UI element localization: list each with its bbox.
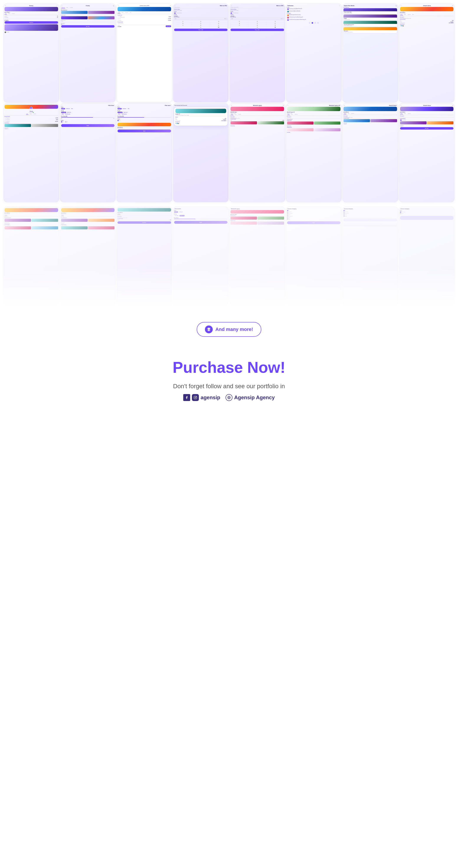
- sort-high-20[interactable]: High to Low: [179, 215, 185, 216]
- heart-icon-16[interactable]: ♥: [452, 105, 453, 106]
- more-icon-1[interactable]: ⋮: [56, 5, 58, 6]
- back-arrow-11[interactable]: ←: [118, 105, 119, 106]
- phone-screen-11: ← Filter Items Status Buy Now On Auction…: [117, 103, 172, 202]
- social-links-row: agensip Agensip Agency: [4, 394, 454, 401]
- and-many-more-label: And many more!: [215, 327, 253, 332]
- back-arrow-14[interactable]: ←: [288, 105, 289, 106]
- status-on-auction[interactable]: On Auction: [65, 108, 70, 110]
- back-arrow-5[interactable]: ←: [231, 5, 232, 6]
- phone-screen-10: ← Filter Items Status Buy Now On Auction…: [60, 103, 116, 202]
- phone-screen-16: ← Artwork Alenia ♥ ArtworkAlenia Details…: [399, 103, 455, 202]
- place-bid-btn-5[interactable]: Place a Bid: [231, 29, 284, 31]
- apply-filter-btn[interactable]: Apply: [61, 124, 115, 127]
- instagram-icon: [192, 394, 199, 401]
- phone-screen-9: Squiggly 17 followers Items Activity Sta…: [3, 103, 59, 202]
- bid-input-5[interactable]: 1060 MTH ▼: [231, 18, 284, 20]
- phone-screen-15: ← Artwork Alenia ArtworkAlenia Details O…: [342, 103, 398, 202]
- phone-screen-4: ← Make an Offer Coolman's Universe Colle…: [173, 3, 229, 102]
- search-icon-7[interactable]: 🔍: [396, 5, 397, 6]
- svg-rect-0: [194, 396, 197, 399]
- buy-now-btn-16[interactable]: Buy Now: [400, 127, 454, 129]
- screen1-sub: Saucer Doge #...: [5, 12, 58, 13]
- status-new[interactable]: New: [71, 108, 73, 110]
- phone-screen-3: ← Coolman's Universe #8273 ♥ Details Off…: [117, 3, 172, 102]
- back-arrow-3[interactable]: ←: [118, 5, 119, 6]
- phone-screen-5: ← Make an Offer Coolman's Universe #8273…: [229, 3, 285, 102]
- star-icon-3[interactable]: ♥: [170, 5, 171, 6]
- status-auction-20[interactable]: On Auction: [178, 211, 183, 213]
- phone-screen-12: Your Purchase Has Processed Squiggly #37…: [173, 103, 229, 202]
- phone-screen-14: ← Whitehall Legacy #10 Whitehall Legacy …: [286, 103, 342, 202]
- apply-category[interactable]: Apply: [287, 221, 341, 224]
- phone-screen-1: ← Dreamy ⋮ Saucer Doge #... Items Offers…: [3, 3, 59, 102]
- screen1-tabs: Items Offers Properties: [5, 13, 58, 15]
- place-bid-btn-3[interactable]: Place a Bid: [166, 25, 171, 27]
- sort-high[interactable]: High to Low: [67, 112, 71, 113]
- screenshots-grid-2: ArtworkAlenia @ZoeSandoval33 Details Pro…: [2, 205, 456, 307]
- search-icon-2[interactable]: 🔍: [113, 5, 114, 6]
- status-on-auction-11[interactable]: On Auction: [122, 108, 127, 110]
- buy-now-btn-1[interactable]: Buy Now: [5, 21, 58, 24]
- status-buy-now-20[interactable]: Buy Now: [174, 211, 178, 213]
- follow-text: Don't forget follow and see our portfoli…: [4, 383, 454, 390]
- svg-point-2: [196, 397, 196, 397]
- social-item-agensip[interactable]: agensip: [183, 394, 220, 401]
- phone-screen-21: Whitehall Legacy Whitehall Legacy Enable…: [229, 207, 285, 306]
- status-buy-now[interactable]: Buy Now: [61, 108, 65, 110]
- screen1-title: Dreamy: [29, 5, 33, 6]
- back-arrow-2[interactable]: ←: [62, 5, 63, 6]
- screenshots-grid: ← Dreamy ⋮ Saucer Doge #... Items Offers…: [2, 2, 456, 204]
- back-arrow-15[interactable]: ←: [344, 105, 345, 106]
- screen2-title: Creamy: [86, 5, 90, 6]
- social-item-agency[interactable]: Agensip Agency: [226, 394, 275, 401]
- phone-screen-6: Notification ⋮ Today Bored Host your Ite…: [286, 3, 342, 102]
- globe-icon: [226, 394, 232, 401]
- back-arrow-16[interactable]: ←: [400, 105, 402, 106]
- apply-btn-20[interactable]: Apply: [174, 221, 228, 224]
- heart-icon-13[interactable]: ♥: [283, 105, 284, 106]
- phone-screen-20: Filter Details Status Buy Now On Auction…: [173, 207, 229, 306]
- agensip-label: agensip: [201, 395, 220, 401]
- phone-screen-24: Choose Category Art Photography Sports: [399, 207, 455, 306]
- phone-screen-22: Choose Category Art Collectibles Photogr…: [286, 207, 342, 306]
- svg-point-1: [195, 397, 196, 398]
- phone-screen-19: ArtworkAlenia Details Description Painti…: [117, 207, 172, 306]
- phone-screen-2: ← Creamy 🔍 Collections Offers Properties…: [60, 3, 116, 102]
- more-icon-6[interactable]: ⋮: [339, 5, 340, 6]
- back-arrow-1[interactable]: ←: [5, 5, 6, 6]
- sort-oldest[interactable]: Oldest: [61, 114, 64, 115]
- back-arrow-8[interactable]: ←: [400, 5, 402, 6]
- facebook-icon: [183, 394, 190, 401]
- agency-label: Agensip Agency: [234, 395, 275, 401]
- purchase-title: Purchase Now!: [4, 359, 454, 376]
- phone-screen-18: ArtworkAlenia @ZoeSandoval33 Details Ite…: [60, 207, 116, 306]
- sort-low-11[interactable]: Low to High: [118, 112, 123, 113]
- layers-icon: [205, 326, 213, 333]
- and-many-more-button[interactable]: And many more!: [197, 322, 261, 337]
- phone-screen-7: Explore New Worlds 🔍 Art Collections Fin…: [342, 3, 398, 102]
- place-bid-btn-4[interactable]: Place a Bid: [174, 29, 228, 31]
- phone-screen-17: ArtworkAlenia @ZoeSandoval33 Details Pro…: [3, 207, 59, 306]
- screens-section: ← Dreamy ⋮ Saucer Doge #... Items Offers…: [0, 0, 458, 309]
- back-arrow-13[interactable]: ←: [231, 105, 232, 106]
- sort-low-20[interactable]: Low to High: [174, 215, 179, 216]
- buy-now-19[interactable]: Buy Now: [118, 221, 171, 224]
- status-new-11[interactable]: New: [127, 108, 130, 110]
- apply-category-23[interactable]: Apply: [344, 219, 397, 221]
- bid-input-4[interactable]: 1060 MTH ▼: [174, 18, 228, 20]
- sort-oldest-11[interactable]: Oldest: [118, 114, 121, 115]
- sort-fav[interactable]: Most Favorited: [65, 114, 71, 115]
- heart-icon-8[interactable]: ♥: [452, 5, 453, 6]
- status-buy-now-11[interactable]: Buy Now: [118, 108, 122, 110]
- sort-low[interactable]: Low to High: [61, 112, 66, 113]
- back-arrow-10[interactable]: ←: [62, 105, 63, 106]
- sort-high-11[interactable]: High to Low: [123, 112, 128, 113]
- sort-fav-11[interactable]: Most Favorited: [121, 114, 127, 115]
- apply-filter-btn-11[interactable]: Apply: [118, 129, 171, 132]
- purchase-now-section: Purchase Now! Don't forget follow and se…: [0, 348, 458, 410]
- back-arrow-4[interactable]: ←: [174, 5, 176, 6]
- phone-screen-13: ← Whitehall Legacy ♥ WhiteHall Legacy @A…: [229, 103, 285, 202]
- hero-section: And many more!: [0, 309, 458, 348]
- phone-screen-23: Choose Category Art Collectibles Photogr…: [342, 207, 398, 306]
- buy-now-btn-2[interactable]: Buy Now: [61, 25, 115, 28]
